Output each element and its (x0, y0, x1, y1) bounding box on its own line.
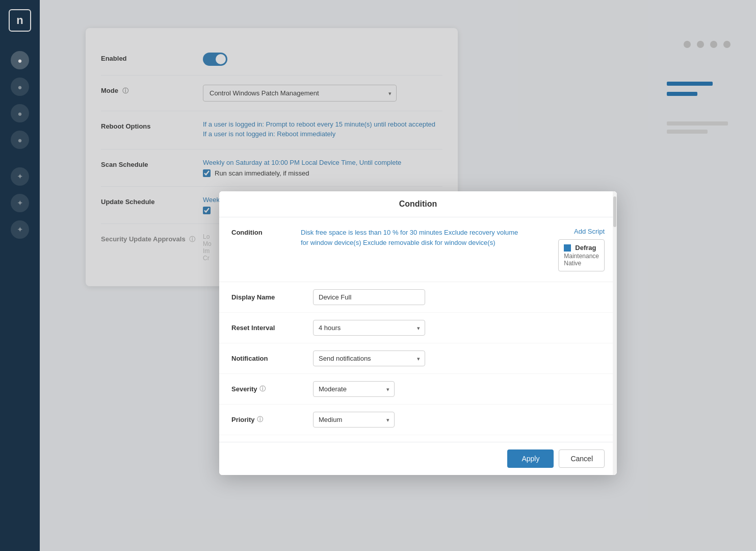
priority-control: Low Medium High (313, 412, 605, 428)
severity-select[interactable]: Low Moderate High Critical (313, 381, 395, 397)
modal-header: Condition (219, 191, 617, 217)
reset-interval-row: Reset Interval 1 hour 2 hours 4 hours 8 … (219, 313, 617, 343)
reset-interval-control: 1 hour 2 hours 4 hours 8 hours 24 hours (313, 320, 605, 336)
modal-footer: Apply Cancel (219, 442, 617, 475)
notification-row: Notification Send notifications No notif… (219, 343, 617, 374)
condition-modal: Condition Condition Disk free space is l… (219, 191, 617, 475)
priority-label: Priority ⓘ (231, 415, 313, 424)
condition-text: Disk free space is less than 10 % for 30… (301, 228, 525, 271)
script-icon (564, 244, 571, 252)
severity-info-icon: ⓘ (259, 385, 266, 393)
display-name-control (313, 289, 605, 305)
severity-select-wrapper: Low Moderate High Critical (313, 381, 395, 397)
modal-title: Condition (399, 199, 437, 208)
notification-control: Send notifications No notifications (313, 350, 605, 366)
notification-select-wrapper: Send notifications No notifications (313, 350, 425, 366)
condition-field-label: Condition (231, 228, 293, 271)
ticketing-row: Ticketing Create a ticket No ticket (219, 435, 617, 442)
modal-overlay[interactable]: Condition Condition Disk free space is l… (0, 0, 756, 551)
priority-select[interactable]: Low Medium High (313, 412, 395, 428)
cancel-button[interactable]: Cancel (559, 449, 605, 468)
script-subtitle2: Native (564, 260, 599, 267)
priority-info-icon: ⓘ (257, 415, 263, 424)
notification-select[interactable]: Send notifications No notifications (313, 350, 425, 366)
modal-scrollbar-thumb (613, 196, 616, 227)
priority-select-wrapper: Low Medium High (313, 412, 395, 428)
notification-label: Notification (231, 355, 313, 362)
add-script-link[interactable]: Add Script (574, 228, 605, 235)
script-box: Defrag Maintenance Native (558, 239, 605, 271)
severity-control: Low Moderate High Critical (313, 381, 605, 397)
reset-interval-select-wrapper: 1 hour 2 hours 4 hours 8 hours 24 hours (313, 320, 425, 336)
script-subtitle1: Maintenance (564, 253, 599, 260)
priority-row: Priority ⓘ Low Medium High (219, 405, 617, 435)
reset-interval-select[interactable]: 1 hour 2 hours 4 hours 8 hours 24 hours (313, 320, 425, 336)
display-name-row: Display Name (219, 282, 617, 313)
severity-label: Severity ⓘ (231, 385, 313, 393)
condition-description-row: Condition Disk free space is less than 1… (219, 217, 617, 282)
severity-row: Severity ⓘ Low Moderate High Critical (219, 374, 617, 405)
modal-scrollbar[interactable] (613, 191, 617, 475)
apply-button[interactable]: Apply (507, 449, 554, 468)
script-title: Defrag (564, 244, 599, 252)
display-name-label: Display Name (231, 293, 313, 301)
modal-scroll[interactable]: Condition Disk free space is less than 1… (219, 217, 617, 442)
reset-interval-label: Reset Interval (231, 324, 313, 332)
display-name-input[interactable] (313, 289, 425, 305)
